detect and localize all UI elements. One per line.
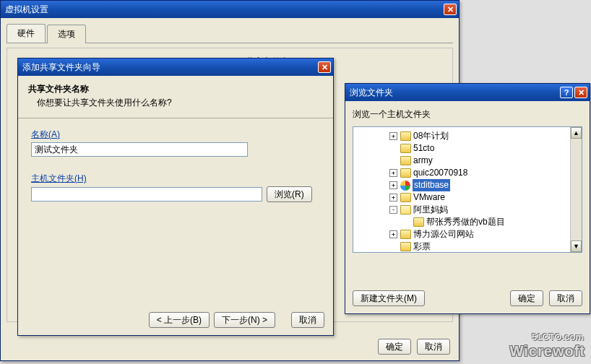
tree-node-label[interactable]: 博力源公司网站 — [413, 228, 474, 240]
wizard-titlebar[interactable]: 添加共享文件夹向导 ✕ — [18, 58, 333, 76]
expand-icon[interactable]: + — [389, 230, 397, 238]
settings-ok-button[interactable]: 确定 — [378, 339, 411, 355]
folder-icon — [400, 193, 411, 202]
tree-node[interactable]: army — [355, 155, 580, 167]
help-icon[interactable]: ? — [560, 87, 573, 98]
tree-node-label[interactable]: VMware — [413, 191, 445, 204]
wizard-header: 共享文件夹名称 你想要让共享文件夹使用什么名称? — [18, 76, 333, 118]
vm-settings-title: 虚拟机设置 — [5, 4, 442, 16]
browse-titlebar[interactable]: 浏览文件夹 ? ✕ — [345, 84, 590, 101]
expand-icon[interactable]: + — [389, 132, 397, 140]
name-input[interactable] — [31, 142, 248, 157]
scroll-down-icon[interactable]: ▼ — [571, 240, 582, 252]
tree-node-label[interactable]: 彩票 — [413, 240, 431, 253]
tree-node[interactable]: 帮张秀秀做的vb题目 — [355, 216, 580, 228]
expand-icon[interactable]: + — [389, 181, 397, 189]
settings-tabstrip: 硬件 选项 — [7, 24, 453, 43]
browse-button[interactable]: 浏览(R) — [267, 186, 312, 202]
folder-icon — [400, 242, 411, 251]
host-folder-label: 主机文件夹(H) — [31, 173, 87, 185]
close-icon[interactable]: ✕ — [318, 61, 331, 73]
wizard-cancel-button[interactable]: 取消 — [291, 312, 324, 328]
host-folder-input[interactable] — [31, 187, 262, 202]
add-shared-folder-wizard: 添加共享文件夹向导 ✕ 共享文件夹名称 你想要让共享文件夹使用什么名称? 名称(… — [17, 58, 334, 336]
expand-icon[interactable]: + — [389, 194, 397, 202]
collapse-icon[interactable]: - — [389, 206, 397, 214]
tab-options[interactable]: 选项 — [47, 25, 86, 43]
folder-icon — [400, 156, 411, 165]
folder-icon — [400, 168, 411, 178]
wizard-heading: 共享文件夹名称 — [28, 83, 323, 95]
tree-node-label[interactable]: 51cto — [413, 142, 434, 155]
watermark-small: 51CTO.com — [532, 332, 584, 342]
tree-node-label[interactable]: army — [413, 155, 433, 167]
wizard-next-button[interactable]: 下一步(N) > — [214, 312, 275, 328]
wizard-title: 添加共享文件夹向导 — [22, 61, 316, 74]
tree-node-label[interactable]: 阿里妈妈 — [413, 204, 448, 216]
tree-node-label[interactable]: 08年计划 — [413, 130, 449, 142]
tree-node[interactable]: +stditbase — [355, 179, 580, 191]
browse-ok-button[interactable]: 确定 — [510, 290, 543, 306]
tree-node[interactable]: -阿里妈妈 — [355, 204, 580, 216]
expand-icon[interactable]: + — [389, 169, 397, 177]
tab-hardware[interactable]: 硬件 — [7, 24, 46, 43]
tree-scrollbar[interactable]: ▲ ▼ — [570, 127, 582, 252]
close-icon[interactable]: ✕ — [444, 4, 457, 15]
wizard-subheading: 你想要让共享文件夹使用什么名称? — [37, 97, 323, 109]
browse-folder-dialog: 浏览文件夹 ? ✕ 浏览一个主机文件夹 +08年计划51ctoarmy+quic… — [345, 83, 590, 314]
folder-open-icon — [400, 205, 411, 214]
watermark-big: Wicrewoft — [510, 343, 585, 360]
browse-instruction: 浏览一个主机文件夹 — [353, 108, 582, 121]
folder-icon — [400, 131, 411, 141]
wizard-prev-button[interactable]: < 上一步(B) — [149, 312, 210, 328]
vm-settings-titlebar[interactable]: 虚拟机设置 ✕ — [1, 1, 459, 18]
browse-cancel-button[interactable]: 取消 — [549, 290, 582, 306]
name-label: 名称(A) — [31, 129, 60, 141]
tree-node[interactable]: +博力源公司网站 — [355, 228, 580, 240]
settings-cancel-button[interactable]: 取消 — [417, 339, 450, 355]
browse-title: 浏览文件夹 — [350, 87, 558, 99]
folder-icon — [413, 217, 424, 227]
scroll-up-icon[interactable]: ▲ — [571, 127, 582, 139]
new-folder-button[interactable]: 新建文件夹(M) — [353, 290, 425, 306]
folder-icon — [400, 144, 411, 153]
tree-node[interactable]: 彩票 — [355, 240, 580, 253]
close-icon[interactable]: ✕ — [574, 87, 587, 98]
folder-icon — [400, 230, 411, 239]
tree-node-label[interactable]: quic20070918 — [413, 167, 467, 179]
tree-node[interactable]: 51cto — [355, 142, 580, 155]
app-icon — [400, 181, 410, 191]
tree-node[interactable]: +quic20070918 — [355, 167, 580, 179]
tree-node[interactable]: +VMware — [355, 191, 580, 204]
folder-tree[interactable]: +08年计划51ctoarmy+quic20070918+stditbase+V… — [353, 126, 582, 253]
tree-node[interactable]: +08年计划 — [355, 130, 580, 142]
tree-node-label[interactable]: 帮张秀秀做的vb题目 — [426, 216, 505, 228]
tree-node-label[interactable]: stditbase — [413, 179, 450, 191]
